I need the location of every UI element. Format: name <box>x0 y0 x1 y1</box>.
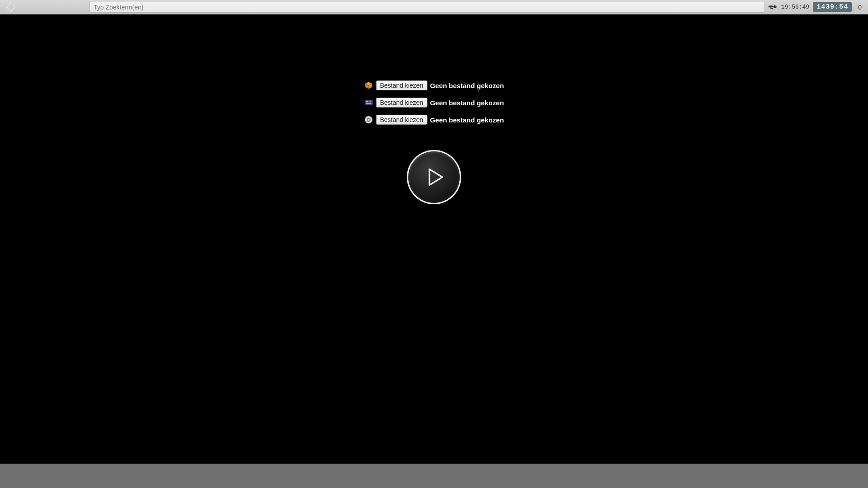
choose-file-button[interactable]: Bestand kiezen <box>376 115 427 125</box>
file-row-audio: Bestand kiezen Geen bestand gekozen <box>364 115 504 125</box>
counter-label: 0 <box>855 4 864 11</box>
svg-marker-12 <box>429 169 443 185</box>
file-status-label: Geen bestand gekozen <box>430 82 504 89</box>
bottom-bar <box>0 464 868 488</box>
world-map-icon[interactable] <box>768 4 778 10</box>
countdown-timer[interactable]: 1439:54 <box>813 2 852 12</box>
texture-icon <box>364 98 373 107</box>
svg-marker-1 <box>7 2 15 12</box>
main-stage: Bestand kiezen Geen bestand gekozen Best… <box>0 14 868 464</box>
file-row-texture: Bestand kiezen Geen bestand gekozen <box>364 98 504 108</box>
cube-icon <box>364 81 373 90</box>
svg-point-11 <box>368 119 370 121</box>
svg-rect-6 <box>366 101 368 102</box>
svg-rect-8 <box>366 103 371 104</box>
logo-icon <box>5 1 17 13</box>
play-icon <box>425 167 445 187</box>
choose-file-button[interactable]: Bestand kiezen <box>376 80 427 90</box>
clock-label: 19:56:49 <box>781 4 809 10</box>
file-status-label: Geen bestand gekozen <box>430 99 504 107</box>
svg-rect-5 <box>365 100 373 105</box>
svg-rect-7 <box>368 101 371 102</box>
file-picker-group: Bestand kiezen Geen bestand gekozen Best… <box>364 80 504 125</box>
file-row-model: Bestand kiezen Geen bestand gekozen <box>364 80 504 90</box>
search-input[interactable] <box>94 4 761 11</box>
search-field[interactable] <box>90 2 765 13</box>
play-button[interactable] <box>407 150 461 204</box>
choose-file-button[interactable]: Bestand kiezen <box>376 98 427 108</box>
svg-marker-0 <box>7 2 15 12</box>
file-status-label: Geen bestand gekozen <box>430 116 504 124</box>
app-logo[interactable] <box>0 0 22 14</box>
topbar-right-cluster: 19:56:49 1439:54 0 <box>768 0 868 14</box>
disc-icon <box>364 115 373 124</box>
top-bar: 19:56:49 1439:54 0 <box>0 0 868 14</box>
